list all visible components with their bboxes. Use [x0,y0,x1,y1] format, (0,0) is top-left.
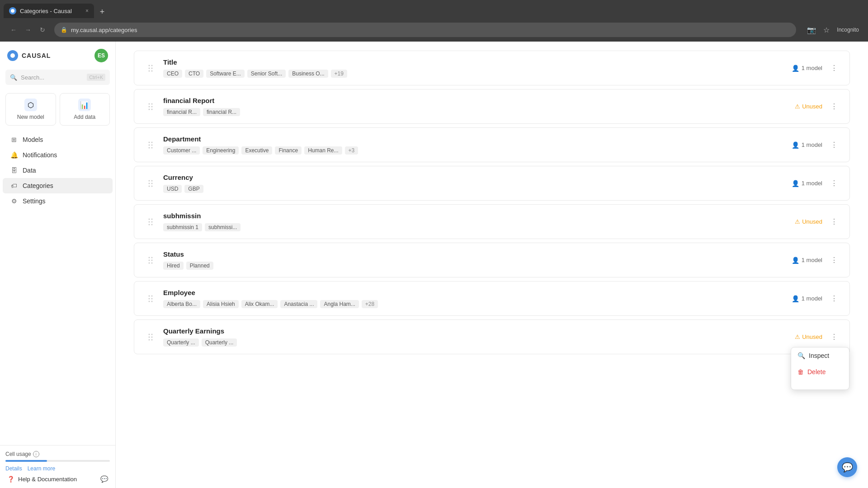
drag-handle[interactable] [143,61,158,75]
info-icon: i [33,451,39,457]
tag: CTO [185,70,203,78]
unused-badge: ⚠Unused [795,218,822,225]
add-data-button[interactable]: 📊 Add data [60,93,110,126]
search-bar[interactable]: 🔍 Search... Ctrl+K [5,70,110,85]
reload-button[interactable]: ↻ [36,23,49,36]
sidebar: CAUSAL ES 🔍 Search... Ctrl+K ⬡ New model… [0,42,116,488]
tag: financial R... [163,108,200,116]
tab-favicon [9,7,16,14]
drag-handle[interactable] [143,138,158,152]
category-name: Quarterly Earnings [163,327,795,335]
sidebar-item-models[interactable]: ⊞ Models [3,132,113,147]
tag: Software E... [206,70,245,78]
main-content: TitleCEOCTOSoftware E...Senior Soft...Bu… [116,42,868,488]
tag: subhmissi... [205,223,241,231]
more-options-button[interactable]: ⋮ [828,254,840,267]
category-name: subhmissin [163,212,795,220]
svg-point-45 [151,336,153,338]
category-row: CurrencyUSDGBP👤1 model⋮ [134,166,850,201]
tag: financial R... [203,108,240,116]
usage-links: Details Learn more [5,465,110,472]
svg-point-0 [149,65,150,66]
app-layout: CAUSAL ES 🔍 Search... Ctrl+K ⬡ New model… [0,42,868,488]
models-label: Models [23,136,43,143]
drag-handle[interactable] [143,330,158,344]
category-meta: ⚠Unused⋮ [795,216,840,228]
more-options-button[interactable]: ⋮ [828,177,840,190]
new-model-icon: ⬡ [24,99,37,111]
settings-icon: ⚙ [10,197,18,205]
camera-icon[interactable]: 📷 [805,24,818,36]
back-button[interactable]: ← [7,23,20,36]
tag-more: +3 [345,146,359,155]
inspect-menu-item[interactable]: 🔍 Inspect [791,347,849,364]
more-options-button[interactable]: ⋮ [828,100,840,113]
nav-section: ⊞ Models 🔔 Notifications 🗄 Data 🏷 Catego… [0,130,115,211]
sidebar-item-categories[interactable]: 🏷 Categories [3,178,113,193]
browser-actions: 📷 ☆ Incognito [805,24,861,36]
drag-handle[interactable] [143,176,158,191]
unused-badge: ⚠Unused [795,103,822,110]
chat-fab[interactable]: 💬 [837,457,857,477]
avatar[interactable]: ES [94,49,108,62]
help-icon: ❓ [7,476,14,483]
category-info: DepartmentCustomer ...EngineeringExecuti… [163,135,792,155]
more-options-button[interactable]: ⋮ [828,292,840,305]
new-model-button[interactable]: ⬡ New model [5,93,56,126]
active-tab[interactable]: Categories - Causal × [4,4,94,18]
category-tags: USDGBP [163,185,792,193]
svg-point-20 [149,183,150,184]
unused-badge: ⚠Unused [795,333,822,340]
model-icon: 👤 [792,257,799,264]
models-icon: ⊞ [10,136,18,144]
more-options-button[interactable]: ⋮ [828,216,840,228]
svg-point-28 [149,224,150,225]
tag: Hired [163,262,184,270]
details-link[interactable]: Details [5,465,22,472]
new-model-label: New model [17,114,44,120]
drag-handle[interactable] [143,253,158,267]
chat-icon[interactable]: 💬 [100,475,108,483]
svg-point-41 [151,300,153,302]
data-label: Data [23,167,36,174]
svg-point-9 [151,106,153,107]
search-shortcut: Ctrl+K [87,74,105,81]
svg-point-40 [149,300,150,302]
category-name: Status [163,250,792,258]
sidebar-item-notifications[interactable]: 🔔 Notifications [3,147,113,163]
category-row: Quarterly EarningsQuarterly ...Quarterly… [134,319,850,354]
more-options-button[interactable]: ⋮ [828,62,840,75]
category-meta: ⚠Unused⋮ [795,100,840,113]
category-meta: 👤1 model⋮ [792,62,840,75]
search-placeholder: Search... [21,74,83,81]
delete-menu-item[interactable]: 🗑 Delete [791,364,849,380]
svg-point-7 [151,103,153,104]
category-info: CurrencyUSDGBP [163,174,792,193]
learn-more-link[interactable]: Learn more [28,465,55,472]
model-count: 👤1 model [792,180,822,187]
help-text[interactable]: Help & Documentation [18,476,97,483]
more-options-button[interactable]: ⋮ [828,331,840,343]
sidebar-item-data[interactable]: 🗄 Data [3,163,113,178]
data-icon: 🗄 [10,166,18,174]
tab-close-button[interactable]: × [85,8,89,14]
svg-point-44 [149,336,150,338]
drag-handle[interactable] [143,291,158,306]
more-options-button[interactable]: ⋮ [828,139,840,151]
svg-point-11 [151,108,153,110]
quick-actions: ⬡ New model 📊 Add data [0,89,115,130]
url-bar[interactable]: 🔒 my.causal.app/categories [54,23,796,37]
drag-handle[interactable] [143,215,158,229]
svg-point-33 [151,259,153,261]
new-tab-button[interactable]: + [96,5,108,18]
forward-button[interactable]: → [22,23,34,36]
sidebar-item-settings[interactable]: ⚙ Settings [3,193,113,209]
svg-point-23 [151,185,153,187]
category-tags: CEOCTOSoftware E...Senior Soft...Busines… [163,70,792,78]
svg-point-38 [149,298,150,299]
tag: Anastacia ... [280,300,317,308]
category-name: Department [163,135,792,143]
bookmark-icon[interactable]: ☆ [821,24,831,36]
drag-handle[interactable] [143,99,158,114]
lock-icon: 🔒 [61,27,67,33]
